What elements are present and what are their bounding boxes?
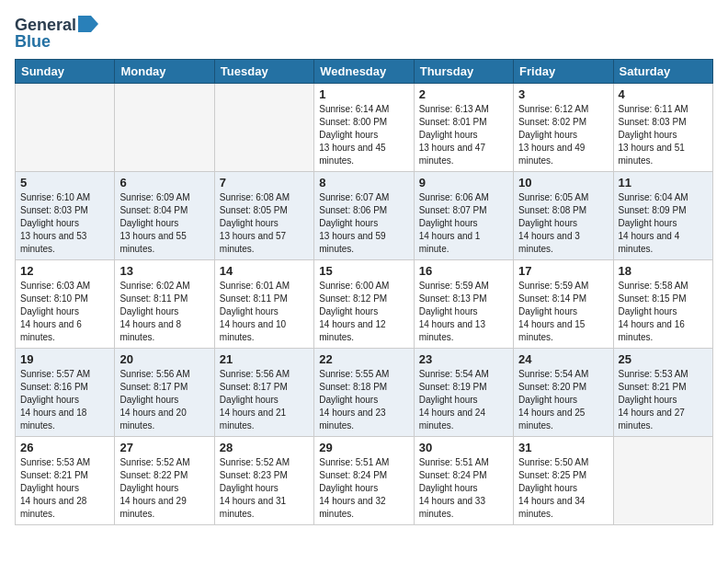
calendar-cell: 12Sunrise: 6:03 AMSunset: 8:10 PMDayligh… — [16, 260, 115, 349]
day-info: Sunrise: 5:52 AMSunset: 8:23 PMDaylight … — [220, 456, 309, 521]
day-number: 1 — [319, 87, 408, 101]
calendar-header-row: SundayMondayTuesdayWednesdayThursdayFrid… — [16, 60, 713, 84]
calendar-cell: 21Sunrise: 5:56 AMSunset: 8:17 PMDayligh… — [214, 349, 313, 437]
day-info: Sunrise: 6:06 AMSunset: 8:07 PMDaylight … — [419, 191, 508, 256]
day-number: 13 — [119, 264, 209, 278]
svg-marker-0 — [78, 16, 98, 32]
calendar-cell: 25Sunrise: 5:53 AMSunset: 8:21 PMDayligh… — [613, 349, 712, 437]
calendar-cell: 20Sunrise: 5:56 AMSunset: 8:17 PMDayligh… — [115, 349, 214, 437]
day-info: Sunrise: 5:59 AMSunset: 8:14 PMDaylight … — [518, 280, 608, 344]
calendar-cell: 15Sunrise: 6:00 AMSunset: 8:12 PMDayligh… — [314, 260, 414, 349]
day-info: Sunrise: 6:00 AMSunset: 8:12 PMDaylight … — [319, 280, 408, 344]
day-info: Sunrise: 6:01 AMSunset: 8:11 PMDaylight … — [220, 280, 309, 344]
weekday-header-thursday: Thursday — [414, 60, 513, 84]
calendar-cell — [214, 84, 313, 172]
day-number: 11 — [619, 176, 708, 190]
day-info: Sunrise: 5:51 AMSunset: 8:24 PMDaylight … — [419, 456, 508, 521]
day-number: 9 — [419, 176, 508, 190]
calendar-cell: 10Sunrise: 6:05 AMSunset: 8:08 PMDayligh… — [514, 172, 613, 260]
day-info: Sunrise: 5:58 AMSunset: 8:15 PMDaylight … — [619, 280, 708, 344]
calendar-body: 1Sunrise: 6:14 AMSunset: 8:00 PMDaylight… — [16, 84, 713, 525]
calendar-cell: 27Sunrise: 5:52 AMSunset: 8:22 PMDayligh… — [115, 437, 214, 525]
day-info: Sunrise: 6:09 AMSunset: 8:04 PMDaylight … — [119, 191, 209, 256]
calendar-cell: 14Sunrise: 6:01 AMSunset: 8:11 PMDayligh… — [214, 260, 313, 349]
calendar-cell: 26Sunrise: 5:53 AMSunset: 8:21 PMDayligh… — [16, 437, 115, 525]
calendar-cell: 16Sunrise: 5:59 AMSunset: 8:13 PMDayligh… — [414, 260, 513, 349]
calendar-cell: 5Sunrise: 6:10 AMSunset: 8:03 PMDaylight… — [16, 172, 115, 260]
day-info: Sunrise: 5:54 AMSunset: 8:20 PMDaylight … — [518, 368, 608, 432]
weekday-header-monday: Monday — [115, 60, 214, 84]
day-info: Sunrise: 6:04 AMSunset: 8:09 PMDaylight … — [619, 191, 708, 256]
weekday-header-saturday: Saturday — [613, 60, 712, 84]
day-number: 8 — [319, 176, 408, 190]
calendar-cell: 24Sunrise: 5:54 AMSunset: 8:20 PMDayligh… — [514, 349, 613, 437]
calendar-week-row: 19Sunrise: 5:57 AMSunset: 8:16 PMDayligh… — [16, 349, 713, 437]
day-number: 24 — [518, 352, 608, 366]
calendar-cell: 2Sunrise: 6:13 AMSunset: 8:01 PMDaylight… — [414, 84, 513, 172]
calendar-cell: 29Sunrise: 5:51 AMSunset: 8:24 PMDayligh… — [314, 437, 414, 525]
calendar-cell: 23Sunrise: 5:54 AMSunset: 8:19 PMDayligh… — [414, 349, 513, 437]
calendar-cell — [115, 84, 214, 172]
day-info: Sunrise: 5:55 AMSunset: 8:18 PMDaylight … — [319, 368, 408, 432]
calendar-cell: 6Sunrise: 6:09 AMSunset: 8:04 PMDaylight… — [115, 172, 214, 260]
day-number: 14 — [220, 264, 309, 278]
calendar-week-row: 26Sunrise: 5:53 AMSunset: 8:21 PMDayligh… — [16, 437, 713, 525]
calendar-cell: 7Sunrise: 6:08 AMSunset: 8:05 PMDaylight… — [214, 172, 313, 260]
day-number: 15 — [319, 264, 408, 278]
day-info: Sunrise: 5:56 AMSunset: 8:17 PMDaylight … — [220, 368, 309, 432]
day-info: Sunrise: 6:07 AMSunset: 8:06 PMDaylight … — [319, 191, 408, 256]
calendar-cell: 3Sunrise: 6:12 AMSunset: 8:02 PMDaylight… — [514, 84, 613, 172]
calendar-cell: 13Sunrise: 6:02 AMSunset: 8:11 PMDayligh… — [115, 260, 214, 349]
day-number: 26 — [20, 441, 109, 454]
calendar-table: SundayMondayTuesdayWednesdayThursdayFrid… — [15, 59, 713, 525]
logo: General Blue — [15, 15, 98, 52]
day-number: 10 — [518, 176, 608, 190]
day-number: 18 — [619, 264, 708, 278]
calendar-cell: 31Sunrise: 5:50 AMSunset: 8:25 PMDayligh… — [514, 437, 613, 525]
day-info: Sunrise: 6:05 AMSunset: 8:08 PMDaylight … — [518, 191, 608, 256]
calendar-cell — [613, 437, 712, 525]
day-info: Sunrise: 6:02 AMSunset: 8:11 PMDaylight … — [119, 280, 209, 344]
calendar-cell — [16, 84, 115, 172]
day-number: 12 — [20, 264, 109, 278]
calendar-cell: 4Sunrise: 6:11 AMSunset: 8:03 PMDaylight… — [613, 84, 712, 172]
calendar-week-row: 1Sunrise: 6:14 AMSunset: 8:00 PMDaylight… — [16, 84, 713, 172]
calendar-week-row: 5Sunrise: 6:10 AMSunset: 8:03 PMDaylight… — [16, 172, 713, 260]
day-info: Sunrise: 6:08 AMSunset: 8:05 PMDaylight … — [220, 191, 309, 256]
day-number: 3 — [518, 87, 608, 101]
calendar-week-row: 12Sunrise: 6:03 AMSunset: 8:10 PMDayligh… — [16, 260, 713, 349]
calendar-cell: 11Sunrise: 6:04 AMSunset: 8:09 PMDayligh… — [613, 172, 712, 260]
day-number: 23 — [419, 352, 508, 366]
calendar-cell: 1Sunrise: 6:14 AMSunset: 8:00 PMDaylight… — [314, 84, 414, 172]
day-info: Sunrise: 6:12 AMSunset: 8:02 PMDaylight … — [518, 103, 608, 167]
day-info: Sunrise: 6:13 AMSunset: 8:01 PMDaylight … — [419, 103, 508, 167]
day-number: 20 — [119, 352, 209, 366]
day-number: 5 — [20, 176, 109, 190]
day-number: 27 — [119, 441, 209, 454]
day-info: Sunrise: 5:51 AMSunset: 8:24 PMDaylight … — [319, 456, 408, 521]
day-number: 6 — [119, 176, 209, 190]
day-info: Sunrise: 5:56 AMSunset: 8:17 PMDaylight … — [119, 368, 209, 432]
calendar-cell: 28Sunrise: 5:52 AMSunset: 8:23 PMDayligh… — [214, 437, 313, 525]
day-number: 29 — [319, 441, 408, 454]
day-info: Sunrise: 6:11 AMSunset: 8:03 PMDaylight … — [619, 103, 708, 167]
day-info: Sunrise: 6:14 AMSunset: 8:00 PMDaylight … — [319, 103, 408, 167]
calendar-cell: 17Sunrise: 5:59 AMSunset: 8:14 PMDayligh… — [514, 260, 613, 349]
day-number: 22 — [319, 352, 408, 366]
calendar-cell: 8Sunrise: 6:07 AMSunset: 8:06 PMDaylight… — [314, 172, 414, 260]
day-info: Sunrise: 5:53 AMSunset: 8:21 PMDaylight … — [619, 368, 708, 432]
day-number: 30 — [419, 441, 508, 454]
page-header: General Blue — [15, 15, 713, 52]
day-number: 31 — [518, 441, 608, 454]
calendar-cell: 30Sunrise: 5:51 AMSunset: 8:24 PMDayligh… — [414, 437, 513, 525]
day-info: Sunrise: 6:03 AMSunset: 8:10 PMDaylight … — [20, 280, 109, 344]
calendar-cell: 19Sunrise: 5:57 AMSunset: 8:16 PMDayligh… — [16, 349, 115, 437]
day-info: Sunrise: 6:10 AMSunset: 8:03 PMDaylight … — [20, 191, 109, 256]
day-info: Sunrise: 5:54 AMSunset: 8:19 PMDaylight … — [419, 368, 508, 432]
day-number: 19 — [20, 352, 109, 366]
calendar-cell: 18Sunrise: 5:58 AMSunset: 8:15 PMDayligh… — [613, 260, 712, 349]
logo-blue-text: Blue — [15, 32, 51, 52]
day-info: Sunrise: 5:52 AMSunset: 8:22 PMDaylight … — [119, 456, 209, 521]
logo-arrow-icon — [78, 16, 98, 36]
day-number: 17 — [518, 264, 608, 278]
